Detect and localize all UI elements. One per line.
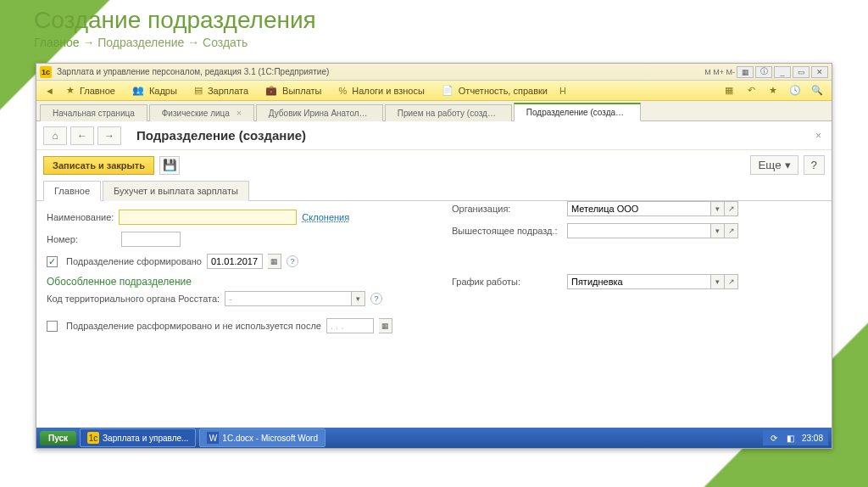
more-button[interactable]: Еще▾ xyxy=(750,155,798,175)
taskbar-app-word[interactable]: W 1С.docx - Microsoft Word xyxy=(199,428,326,447)
tab-department[interactable]: Подразделение (создание)× xyxy=(514,103,641,121)
formed-label: Подразделение сформировано xyxy=(66,256,202,266)
menu-reports[interactable]: 📄Отчетность, справки xyxy=(433,81,556,100)
dropdown-icon[interactable]: ▾ xyxy=(711,274,725,289)
slide-heading: Создание подразделения Главное → Подразд… xyxy=(34,7,316,49)
help-button[interactable]: ? xyxy=(804,155,825,175)
clock: 23:08 xyxy=(802,434,823,443)
help-icon[interactable]: ? xyxy=(287,255,298,267)
org-input[interactable] xyxy=(567,201,711,216)
star-icon: ★ xyxy=(66,85,75,96)
menu-zarplata[interactable]: ▤Зарплата xyxy=(186,81,257,100)
open-icon[interactable]: ↗ xyxy=(725,201,738,216)
close-icon[interactable]: ✕ xyxy=(811,66,828,78)
doc-icon: 📄 xyxy=(442,85,453,96)
number-input[interactable] xyxy=(121,232,181,247)
search-toolbar-icon[interactable]: 🔍 xyxy=(808,83,826,98)
calendar-icon[interactable]: ▦ xyxy=(268,254,281,269)
slide-title: Создание подразделения xyxy=(34,7,316,34)
slide-breadcrumb: Главное → Подразделение → Создать xyxy=(34,36,316,49)
dropdown-icon[interactable]: ▾ xyxy=(711,223,725,238)
home-button[interactable]: ⌂ xyxy=(43,126,67,145)
tray-icon[interactable]: ◧ xyxy=(785,432,797,444)
number-label: Номер: xyxy=(47,234,116,244)
document-tabs: Начальная страница Физические лица× Дубо… xyxy=(36,101,832,121)
save-close-button[interactable]: Записать и закрыть xyxy=(43,156,154,175)
menu-scroll-right[interactable]: Н xyxy=(556,81,570,100)
grid-toolbar-icon[interactable]: ▦ xyxy=(720,83,738,98)
mem-indicator: M M+ M- xyxy=(704,66,735,78)
menu-scroll-left[interactable]: ◄ xyxy=(42,81,58,100)
help-icon[interactable]: ⓘ xyxy=(755,66,772,78)
schedule-label: График работы: xyxy=(452,277,562,287)
name-label: Наименование: xyxy=(47,212,114,222)
disbanded-label: Подразделение расформировано и не исполь… xyxy=(66,321,321,331)
open-icon[interactable]: ↗ xyxy=(725,274,738,289)
form-tabs: Главное Бухучет и выплата зарплаты xyxy=(36,180,832,201)
separate-section-title: Обособленное подразделение xyxy=(47,276,420,288)
main-menu: ◄ ★Главное 👥Кадры ▤Зарплата 💼Выплаты %На… xyxy=(36,81,832,101)
back-button[interactable]: ← xyxy=(70,126,94,145)
wallet-icon: 💼 xyxy=(265,85,277,96)
rosstat-label: Код территориального органа Росстата: xyxy=(47,294,220,304)
rosstat-input xyxy=(225,291,352,306)
list-icon: ▤ xyxy=(194,85,203,96)
app-icon: 1c xyxy=(40,66,52,78)
page-title: Подразделение (создание) xyxy=(136,128,306,143)
tray-icon[interactable]: ⟳ xyxy=(768,432,780,444)
window-titlebar[interactable]: 1c Зарплата и управление персоналом, ред… xyxy=(36,64,832,81)
formed-checkbox[interactable]: ✓ xyxy=(47,256,58,267)
close-icon[interactable]: × xyxy=(639,108,641,117)
taskbar-app-1c[interactable]: 1c Зарплата и управле... xyxy=(80,428,196,447)
dropdown-icon[interactable]: ▾ xyxy=(711,201,725,216)
page-close-button[interactable]: × xyxy=(812,126,825,145)
open-icon[interactable]: ↗ xyxy=(725,223,738,238)
disbanded-checkbox[interactable] xyxy=(47,321,58,332)
app-icon: 1c xyxy=(87,432,99,444)
forward-button[interactable]: → xyxy=(97,126,121,145)
chevron-down-icon: ▾ xyxy=(785,159,791,171)
parent-input[interactable] xyxy=(567,223,711,238)
system-tray[interactable]: ⟳ ◧ 23:08 xyxy=(763,430,828,445)
tab-persons[interactable]: Физические лица× xyxy=(149,104,254,121)
schedule-input[interactable] xyxy=(567,274,711,289)
declensions-link[interactable]: Склонения xyxy=(302,212,349,222)
tab-hire[interactable]: Прием на работу (создание) *× xyxy=(385,104,512,121)
grid-icon[interactable]: ▦ xyxy=(737,66,754,78)
close-icon[interactable]: × xyxy=(236,109,242,118)
calendar-icon[interactable]: ▦ xyxy=(379,318,392,333)
word-icon: W xyxy=(207,432,219,444)
org-label: Организация: xyxy=(452,204,562,214)
menu-main[interactable]: ★Главное xyxy=(58,81,124,100)
form-tab-accounting[interactable]: Бухучет и выплата зарплаты xyxy=(103,181,249,201)
tab-dubovik[interactable]: Дубовик Ирина Анатольевна...× xyxy=(256,104,383,121)
form-tab-main[interactable]: Главное xyxy=(43,181,101,201)
parent-label: Вышестоящее подразд.: xyxy=(452,226,562,236)
page-toolbar: ⌂ ← → Подразделение (создание) × xyxy=(36,121,832,150)
tab-start[interactable]: Начальная страница xyxy=(40,104,147,121)
action-bar: Записать и закрыть 💾 Еще▾ ? xyxy=(36,150,832,180)
back-toolbar-icon[interactable]: ↶ xyxy=(742,83,760,98)
menu-kadry[interactable]: 👥Кадры xyxy=(124,81,186,100)
formed-date-input[interactable] xyxy=(207,254,263,269)
form-body: Наименование: Склонения Номер: ✓ Подразд… xyxy=(36,201,832,448)
help-icon[interactable]: ? xyxy=(370,293,382,305)
app-window: 1c Зарплата и управление персоналом, ред… xyxy=(36,63,832,449)
minimize-icon[interactable]: _ xyxy=(774,66,791,78)
start-button[interactable]: Пуск xyxy=(40,431,76,445)
history-toolbar-icon[interactable]: 🕓 xyxy=(786,83,804,98)
taskbar: Пуск 1c Зарплата и управле... W 1С.docx … xyxy=(36,428,832,448)
maximize-icon[interactable]: ▭ xyxy=(793,66,810,78)
dropdown-icon: ▾ xyxy=(352,291,365,306)
people-icon: 👥 xyxy=(132,85,144,96)
menu-percent[interactable]: %Налоги и взносы xyxy=(331,81,433,100)
name-input[interactable] xyxy=(119,210,297,225)
fav-toolbar-icon[interactable]: ★ xyxy=(764,83,782,98)
percent-icon: % xyxy=(339,86,348,96)
disbanded-date-input[interactable] xyxy=(326,318,374,333)
window-title: Зарплата и управление персоналом, редакц… xyxy=(57,67,329,76)
save-button[interactable]: 💾 xyxy=(159,156,180,175)
menu-vyplaty[interactable]: 💼Выплаты xyxy=(257,81,330,100)
